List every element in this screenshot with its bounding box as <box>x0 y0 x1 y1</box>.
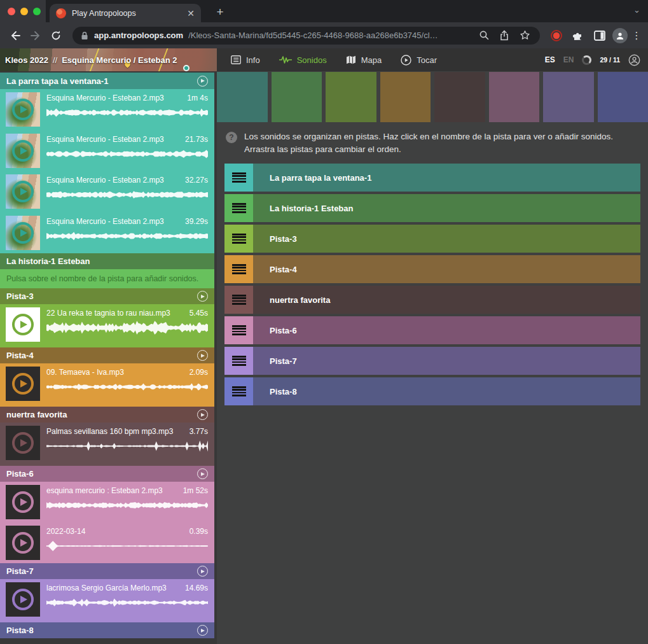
drag-handle[interactable] <box>224 255 253 283</box>
play-track-button[interactable] <box>197 468 208 479</box>
tab-sonidos[interactable]: Sonidos <box>279 55 327 65</box>
project-name[interactable]: Kleos 2022 <box>5 55 48 65</box>
zoom-window-icon[interactable] <box>33 8 41 15</box>
minimize-window-icon[interactable] <box>20 8 28 15</box>
audio-clip[interactable]: 2022-03-140.39s <box>0 522 214 563</box>
profile-avatar[interactable] <box>612 28 628 43</box>
clip-play-icon[interactable] <box>12 222 34 244</box>
clip-play-icon[interactable] <box>12 491 34 513</box>
audio-clip[interactable]: 22 Ua reka te tagnia to rau niau.mp35.45… <box>0 304 214 347</box>
menu-dots-icon[interactable]: ⋮ <box>631 30 642 41</box>
track-row[interactable]: Pista-4 <box>224 255 640 283</box>
record-indicator-icon[interactable] <box>548 27 565 45</box>
audio-clip[interactable]: Esquina Mercurio - Esteban 2.mp31m 4s <box>0 89 214 130</box>
drag-handle[interactable] <box>224 377 253 405</box>
track-swatch[interactable] <box>434 72 485 122</box>
play-track-button[interactable] <box>197 76 208 87</box>
track-swatch[interactable] <box>598 72 648 122</box>
lang-es-button[interactable]: ES <box>545 55 555 64</box>
clip-thumbnail[interactable] <box>6 367 40 401</box>
url-bar[interactable]: app.antropoloops.com/Kleos-Santa-Marina/… <box>72 27 540 45</box>
extensions-puzzle-icon[interactable] <box>569 27 587 45</box>
back-icon[interactable] <box>6 27 24 45</box>
account-icon[interactable] <box>628 54 640 66</box>
track-row-name[interactable]: La historia-1 Esteban <box>253 194 640 222</box>
audio-clip[interactable]: Esquina Mercurio - Esteban 2.mp332.27s <box>0 171 214 213</box>
track-row[interactable]: Pista-6 <box>224 316 640 344</box>
clip-thumbnail[interactable] <box>6 134 40 168</box>
clip-play-icon[interactable] <box>12 373 34 395</box>
track-row-name[interactable]: Pista-6 <box>253 316 640 344</box>
reload-icon[interactable] <box>47 27 65 45</box>
clip-play-icon[interactable] <box>12 532 34 554</box>
audio-clip[interactable]: esquina mercurio : Esteban 2.mp31m 52s <box>0 482 214 522</box>
clip-thumbnail[interactable] <box>6 526 40 560</box>
track-swatch[interactable] <box>489 72 540 122</box>
drag-handle[interactable] <box>224 194 253 222</box>
track-row-name[interactable]: Pista-4 <box>253 255 640 283</box>
track-swatch[interactable] <box>272 72 322 122</box>
side-panel-icon[interactable] <box>591 27 609 45</box>
tab-mapa[interactable]: Mapa <box>346 55 382 65</box>
sidebar-track-header[interactable]: nuertra favorita <box>0 407 214 423</box>
drag-handle[interactable] <box>224 225 253 253</box>
tab-tocar[interactable]: Tocar <box>401 55 437 66</box>
sidebar-track-header[interactable]: La parra tapa la ventana-1 <box>0 73 214 89</box>
drag-handle[interactable] <box>224 316 253 344</box>
sidebar-track-header[interactable]: La historia-1 Esteban <box>0 253 214 269</box>
clip-thumbnail[interactable] <box>6 92 40 127</box>
play-track-button[interactable] <box>197 566 208 577</box>
zoom-icon[interactable] <box>476 30 492 41</box>
track-row[interactable]: La parra tapa la ventana-1 <box>224 164 640 192</box>
forward-icon[interactable] <box>27 27 45 45</box>
tab-info[interactable]: Info <box>231 55 260 65</box>
sidebar-track-header[interactable]: Pista-3 <box>0 288 214 304</box>
clip-thumbnail[interactable] <box>6 307 40 342</box>
clip-play-icon[interactable] <box>12 140 34 162</box>
sidebar-track-header[interactable]: Pista-4 <box>0 347 214 363</box>
track-row[interactable]: nuertra favorita <box>224 286 640 314</box>
play-track-button[interactable] <box>197 291 208 302</box>
audio-clip[interactable]: Esquina Mercurio - Esteban 2.mp339.29s <box>0 213 214 254</box>
sidebar-track-header[interactable]: Pista-7 <box>0 563 214 579</box>
sidebar-track-header[interactable]: Pista-8 <box>0 622 214 638</box>
close-tab-icon[interactable]: ✕ <box>187 8 195 18</box>
close-window-icon[interactable] <box>8 8 15 15</box>
play-track-button[interactable] <box>197 350 208 361</box>
track-row-name[interactable]: Pista-7 <box>253 347 640 375</box>
browser-tab[interactable]: Play Antropoloops ✕ <box>50 4 201 22</box>
track-swatch[interactable] <box>326 72 376 122</box>
clip-thumbnail[interactable] <box>6 216 40 250</box>
sidebar-track-header[interactable]: Pista-6 <box>0 466 214 482</box>
clip-play-icon[interactable] <box>12 589 34 610</box>
audio-clip[interactable]: Esquina Mercurio - Esteban 2.mp321.73s <box>0 130 214 172</box>
share-icon[interactable] <box>497 30 512 41</box>
clip-thumbnail[interactable] <box>6 426 40 460</box>
track-row-name[interactable]: La parra tapa la ventana-1 <box>253 164 640 192</box>
clip-play-icon[interactable] <box>12 181 34 202</box>
clip-thumbnail[interactable] <box>6 485 40 519</box>
clip-thumbnail[interactable] <box>6 174 40 209</box>
track-swatch[interactable] <box>217 72 268 122</box>
track-row-name[interactable]: Pista-8 <box>253 377 640 405</box>
chevron-down-icon[interactable]: ⌄ <box>633 5 640 15</box>
track-swatch[interactable] <box>543 72 594 122</box>
drag-handle[interactable] <box>224 286 253 314</box>
clip-thumbnail[interactable] <box>6 582 40 617</box>
track-row-name[interactable]: Pista-3 <box>253 225 640 253</box>
track-row-name[interactable]: nuertra favorita <box>253 286 640 314</box>
drag-handle[interactable] <box>224 164 253 192</box>
track-row[interactable]: Pista-7 <box>224 347 640 375</box>
play-track-button[interactable] <box>197 625 208 636</box>
track-row[interactable]: Pista-3 <box>224 225 640 253</box>
lang-en-button[interactable]: EN <box>563 55 574 64</box>
track-swatch[interactable] <box>380 72 431 122</box>
clip-play-icon[interactable] <box>12 314 34 335</box>
audio-clip[interactable]: lacrimosa Sergio García Merlo.mp314.69s <box>0 579 214 622</box>
track-row[interactable]: La historia-1 Esteban <box>224 194 640 222</box>
track-row[interactable]: Pista-8 <box>224 377 640 405</box>
audio-clip[interactable]: 09. Temaeva - Iva.mp32.09s <box>0 363 214 407</box>
drag-handle[interactable] <box>224 347 253 375</box>
bookmark-star-icon[interactable] <box>517 30 532 41</box>
clip-play-icon[interactable] <box>12 432 34 454</box>
